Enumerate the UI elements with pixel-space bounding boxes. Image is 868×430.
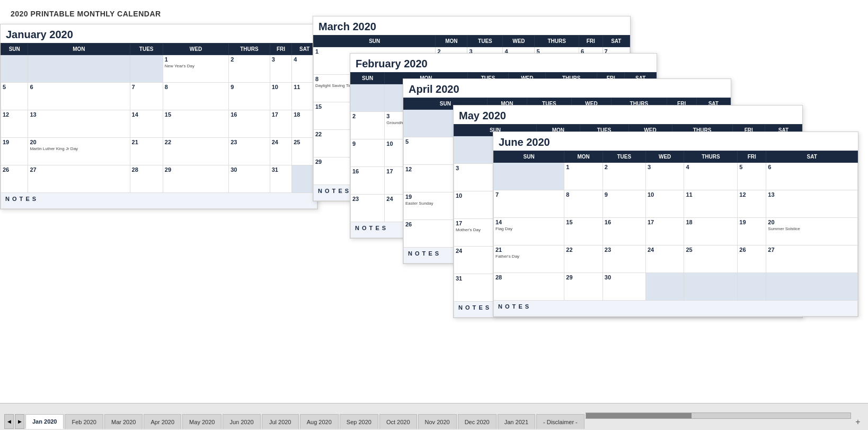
table-row: 22 bbox=[564, 245, 603, 273]
table-row: 6 bbox=[766, 163, 858, 190]
tab-jun-2020[interactable]: Jun 2020 bbox=[223, 414, 260, 429]
table-row: 2 bbox=[229, 55, 270, 83]
table-row bbox=[351, 84, 385, 112]
table-row: 15 bbox=[163, 110, 228, 138]
table-row: 12 13 14 15 16 17 18 bbox=[1, 110, 317, 138]
tab-disclaimer[interactable]: - Disclaimer - bbox=[536, 414, 584, 429]
tab-scrollbar[interactable] bbox=[586, 413, 851, 419]
table-row: 9 bbox=[603, 190, 645, 218]
jun-sun: SUN bbox=[494, 151, 564, 163]
june-calendar: June 2020 SUN MON TUES WED THURS FRI SAT… bbox=[493, 131, 858, 317]
table-row: 8 bbox=[163, 83, 228, 110]
notes-label: N O T E S bbox=[1, 193, 317, 209]
tab-jan-2020[interactable]: Jan 2020 bbox=[25, 414, 64, 429]
table-row: 30 bbox=[229, 165, 270, 193]
table-row: 26 27 28 29 30 31 bbox=[1, 165, 317, 193]
table-row: 30 bbox=[603, 273, 645, 301]
tab-bar: ◀ ▶ Jan 2020 Feb 2020 Mar 2020 Apr 2020 … bbox=[0, 403, 868, 430]
table-row: 3 bbox=[270, 55, 292, 83]
mar-wed: WED bbox=[503, 36, 535, 47]
table-row: 31 bbox=[270, 165, 292, 193]
jun-thurs: THURS bbox=[684, 151, 738, 163]
table-row: 8 bbox=[564, 190, 603, 218]
table-row: 24 bbox=[645, 245, 684, 273]
table-row: 21Father's Day bbox=[494, 245, 564, 273]
mar-fri: FRI bbox=[579, 36, 603, 47]
table-row: 2 bbox=[351, 112, 385, 139]
table-row: 3 bbox=[645, 163, 684, 190]
tab-nov-2020[interactable]: Nov 2020 bbox=[418, 414, 457, 429]
table-row: 29 bbox=[564, 273, 603, 301]
mar-mon: MON bbox=[436, 36, 467, 47]
table-row bbox=[494, 163, 564, 190]
table-row: 7 bbox=[130, 83, 163, 110]
table-row bbox=[28, 55, 130, 83]
table-row: 21Father's Day 22 23 24 25 26 27 bbox=[494, 245, 858, 273]
table-row: 28 bbox=[494, 273, 564, 301]
table-row: 16 bbox=[351, 167, 385, 195]
jun-sat: SAT bbox=[766, 151, 858, 163]
table-row bbox=[130, 55, 163, 83]
june-grid: SUN MON TUES WED THURS FRI SAT 1 2 3 4 5 bbox=[493, 151, 858, 317]
table-row: 14Flag Day bbox=[494, 218, 564, 245]
tab-oct-2020[interactable]: Oct 2020 bbox=[379, 414, 417, 429]
table-row: 23 bbox=[603, 245, 645, 273]
table-row: 1 2 3 4 5 6 bbox=[494, 163, 858, 190]
tab-scroll-left[interactable]: ◀ bbox=[4, 414, 14, 429]
table-row: 5 6 7 8 9 10 11 bbox=[1, 83, 317, 110]
table-row: 25 bbox=[684, 245, 738, 273]
table-row: 18 bbox=[684, 218, 738, 245]
table-row: 21 bbox=[130, 138, 163, 165]
jun-mon: MON bbox=[564, 151, 603, 163]
table-row: 13 bbox=[28, 110, 130, 138]
table-row: 19 bbox=[738, 218, 766, 245]
table-row: 13 bbox=[766, 190, 858, 218]
january-calendar: January 2020 SUN MON TUES WED THURS FRI … bbox=[0, 24, 318, 209]
table-row: 17 bbox=[645, 218, 684, 245]
table-row: 14 bbox=[130, 110, 163, 138]
table-row: 28 29 30 bbox=[494, 273, 858, 301]
jun-tues: TUES bbox=[603, 151, 645, 163]
tab-dec-2020[interactable]: Dec 2020 bbox=[458, 414, 497, 429]
mar-sat: SAT bbox=[603, 36, 630, 47]
tab-scrollbar-thumb bbox=[586, 413, 692, 418]
table-row: 19 bbox=[1, 138, 28, 165]
tab-jul-2020[interactable]: Jul 2020 bbox=[262, 414, 299, 429]
mar-sun: SUN bbox=[314, 36, 436, 47]
table-row: 11 bbox=[684, 190, 738, 218]
notes-row: N O T E S bbox=[1, 193, 317, 209]
tab-apr-2020[interactable]: Apr 2020 bbox=[144, 414, 181, 429]
table-row: 23 bbox=[351, 195, 385, 222]
tab-mar-2020[interactable]: Mar 2020 bbox=[104, 414, 143, 429]
april-title: April 2020 bbox=[403, 79, 731, 98]
tab-feb-2020[interactable]: Feb 2020 bbox=[65, 414, 103, 429]
table-row bbox=[738, 273, 766, 301]
table-row: 10 bbox=[270, 83, 292, 110]
notes-label: N O T E S bbox=[494, 301, 858, 317]
table-row: 1New Year's Day bbox=[163, 55, 228, 83]
table-row: 12 bbox=[738, 190, 766, 218]
table-row: 29 bbox=[163, 165, 228, 193]
table-row: 7 8 9 10 11 12 13 bbox=[494, 190, 858, 218]
jan-mon: MON bbox=[28, 43, 130, 55]
tab-scroll-right[interactable]: ▶ bbox=[15, 414, 24, 429]
tab-aug-2020[interactable]: Aug 2020 bbox=[300, 414, 339, 429]
table-row: 1 bbox=[564, 163, 603, 190]
add-tab-button[interactable]: + bbox=[852, 416, 864, 428]
table-row: 4 bbox=[684, 163, 738, 190]
jan-fri: FRI bbox=[270, 43, 292, 55]
table-row: 2 bbox=[603, 163, 645, 190]
table-row bbox=[684, 273, 738, 301]
table-row: 10 bbox=[645, 190, 684, 218]
table-row bbox=[645, 273, 684, 301]
tab-sep-2020[interactable]: Sep 2020 bbox=[340, 414, 378, 429]
table-row: 1New Year's Day 2 3 4 bbox=[1, 55, 317, 83]
tab-jan-2021[interactable]: Jan 2021 bbox=[498, 414, 535, 429]
jan-sun: SUN bbox=[1, 43, 28, 55]
january-title: January 2020 bbox=[1, 24, 317, 43]
tab-may-2020[interactable]: May 2020 bbox=[182, 414, 222, 429]
table-row: 12 bbox=[1, 110, 28, 138]
jun-wed: WED bbox=[645, 151, 684, 163]
table-row: 19 20Martin Luther King Jr Day 21 22 23 … bbox=[1, 138, 317, 165]
table-row: 17 bbox=[270, 110, 292, 138]
